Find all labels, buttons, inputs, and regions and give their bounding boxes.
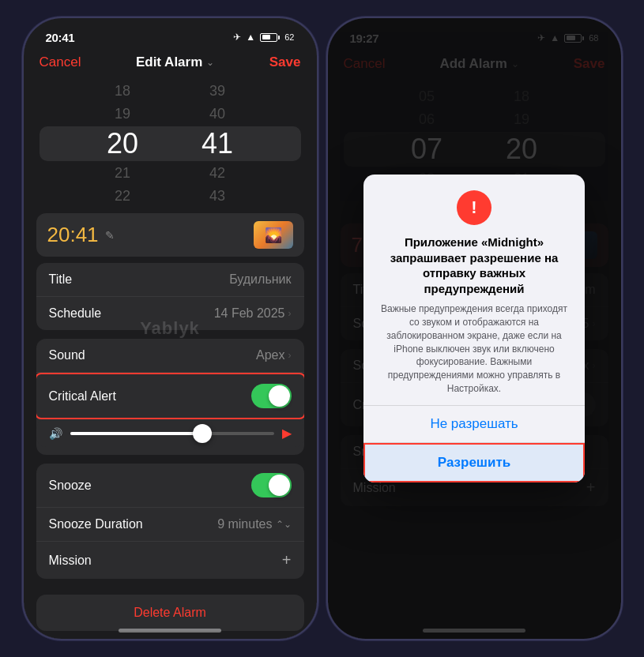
- status-bar-1: 20:41 ✈ ▲ 62: [24, 18, 317, 51]
- deny-button[interactable]: Не разрешать: [363, 406, 585, 443]
- nav-title-text-1: Edit Alarm: [136, 54, 202, 70]
- hour-picker-1[interactable]: 17 18 19 20 21 22 23: [75, 77, 170, 210]
- picker-item: 39: [170, 80, 265, 103]
- time-picker-1[interactable]: 17 18 19 20 21 22 23 38 39 40 41 42 43 4…: [24, 77, 317, 210]
- settings-group-snooze: Snooze Snooze Duration 9 minutes ⌃⌄ M: [36, 464, 304, 579]
- settings-group-title-schedule: Title Будильник Schedule 14 Feb 2025 ›: [36, 263, 304, 330]
- snooze-duration-value: 9 minutes ⌃⌄: [217, 517, 291, 531]
- picker-item: 18: [75, 80, 170, 103]
- critical-alert-toggle[interactable]: [251, 384, 292, 408]
- picker-item: 40: [170, 103, 265, 126]
- volume-max-icon: ▶: [282, 426, 292, 441]
- mission-row[interactable]: Mission +: [36, 542, 304, 579]
- nav-bar-1: Cancel Edit Alarm ⌄ Save: [24, 51, 317, 77]
- picker-item-selected: 20: [75, 126, 170, 162]
- status-time-1: 20:41: [46, 31, 75, 44]
- picker-item: 22: [75, 185, 170, 208]
- plane-icon-1: ✈: [233, 32, 241, 43]
- volume-row: 🔊 ▶: [36, 419, 304, 447]
- volume-slider[interactable]: [70, 432, 274, 435]
- alarm-time-display-1: 20:41: [47, 223, 99, 247]
- snooze-row[interactable]: Snooze: [36, 464, 304, 508]
- sound-label: Sound: [49, 348, 85, 362]
- mission-add-icon[interactable]: +: [282, 551, 292, 569]
- schedule-value: 14 Feb 2025 ›: [214, 306, 292, 321]
- schedule-row[interactable]: Schedule 14 Feb 2025 ›: [36, 297, 304, 330]
- allow-button[interactable]: Разрешить: [363, 443, 585, 482]
- battery-pct-1: 62: [284, 32, 294, 42]
- minute-picker-1[interactable]: 38 39 40 41 42 43 44: [170, 77, 265, 210]
- picker-item: 43: [170, 185, 265, 208]
- cancel-button-1[interactable]: Cancel: [40, 54, 81, 70]
- picker-item: 21: [75, 162, 170, 185]
- warning-icon: !: [457, 190, 491, 225]
- permission-modal: ! Приложение «Midnight» запрашивает разр…: [363, 175, 585, 482]
- edit-icon-1[interactable]: ✎: [105, 229, 115, 242]
- alarm-image-1: 🌄: [254, 221, 293, 249]
- sound-value: Apex ›: [256, 348, 291, 362]
- snooze-toggle[interactable]: [251, 473, 292, 497]
- title-label: Title: [49, 272, 73, 287]
- modal-overlay: ! Приложение «Midnight» запрашивает разр…: [328, 18, 621, 639]
- nav-title-1: Edit Alarm ⌄: [136, 54, 214, 70]
- phone-edit-alarm: 20:41 ✈ ▲ 62 Cancel Edit Al: [22, 17, 318, 640]
- phone-add-alarm: 19:27 ✈ ▲ 68 Can: [326, 17, 623, 640]
- chevron-icon: ›: [288, 350, 292, 361]
- battery-icon-1: [260, 33, 280, 42]
- title-value: Будильник: [229, 272, 291, 287]
- home-bar-1: [119, 629, 221, 633]
- mission-label: Mission: [49, 554, 92, 568]
- delete-alarm-button[interactable]: Delete Alarm: [36, 595, 304, 631]
- settings-list-1: Title Будильник Schedule 14 Feb 2025 › S…: [36, 263, 304, 587]
- modal-body: ! Приложение «Midnight» запрашивает разр…: [363, 175, 585, 405]
- snooze-duration-row[interactable]: Snooze Duration 9 minutes ⌃⌄: [36, 508, 304, 542]
- modal-body-text: Важные предупреждения всегда приходят со…: [378, 302, 571, 396]
- nav-chevron-icon-1: ⌄: [206, 57, 214, 68]
- title-row[interactable]: Title Будильник: [36, 263, 304, 297]
- picker-item: 19: [75, 103, 170, 126]
- picker-item-selected: 41: [170, 126, 265, 162]
- save-button-1[interactable]: Save: [269, 54, 301, 70]
- schedule-label: Schedule: [49, 306, 102, 321]
- critical-alert-label: Critical Alert: [49, 389, 116, 404]
- wifi-icon-1: ▲: [246, 32, 255, 43]
- settings-group-sound: Sound Apex › Critical Alert: [36, 339, 304, 455]
- modal-buttons: Не разрешать Разрешить: [363, 405, 585, 482]
- snooze-label: Snooze: [49, 479, 92, 493]
- picker-item: 23: [75, 208, 170, 210]
- volume-low-icon: 🔊: [49, 427, 62, 440]
- critical-alert-row[interactable]: Critical Alert: [36, 373, 304, 419]
- alarm-label-row-1: 20:41 ✎ 🌄: [36, 213, 304, 257]
- snooze-duration-label: Snooze Duration: [49, 517, 143, 531]
- chevron-icon: ›: [288, 308, 292, 319]
- status-icons-1: ✈ ▲ 62: [233, 32, 294, 43]
- picker-item: 42: [170, 162, 265, 185]
- modal-title: Приложение «Midnight» запрашивает разреш…: [378, 235, 571, 296]
- sound-row[interactable]: Sound Apex ›: [36, 339, 304, 373]
- picker-item: 44: [170, 208, 265, 210]
